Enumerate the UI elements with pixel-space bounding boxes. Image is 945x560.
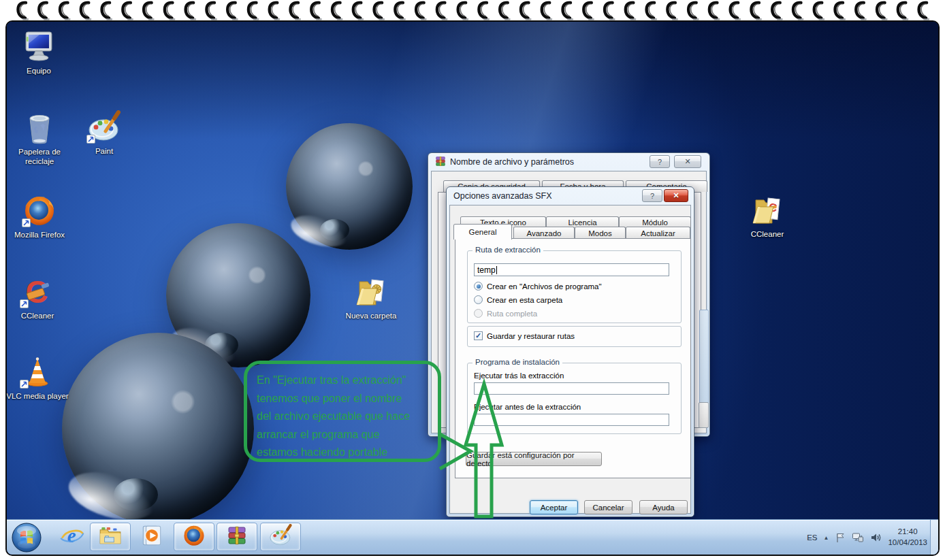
volume-icon[interactable] <box>870 532 882 543</box>
desktop-icon-label: VLC media player <box>6 392 68 401</box>
desktop-icon-label: Equipo <box>27 67 51 76</box>
desktop-icon-label: Paint <box>95 147 113 157</box>
language-indicator[interactable]: ES <box>807 533 817 542</box>
radio-unselected-icon[interactable] <box>474 295 483 304</box>
radio-label: Ruta completa <box>487 310 537 318</box>
taskbar-item-winrar[interactable] <box>217 523 257 551</box>
desktop-icon-label: Papelera de reciclaje <box>5 148 74 167</box>
shortcut-arrow-icon <box>20 380 29 389</box>
desktop-icon-equipo[interactable]: Equipo <box>5 30 73 76</box>
shortcut-arrow-icon <box>86 135 95 144</box>
shortcut-arrow-icon <box>20 299 29 308</box>
run-before-label: Ejecutar antes de la extracción <box>474 403 581 411</box>
tab-modos[interactable]: Modos <box>575 227 626 239</box>
save-default-button[interactable]: Guardar está configuración por defecto <box>466 452 602 466</box>
taskbar-item-firefox[interactable] <box>174 523 214 551</box>
action-center-flag-icon[interactable] <box>835 532 846 543</box>
taskbar-item-explorer[interactable] <box>90 523 131 551</box>
help-button[interactable]: ? <box>642 189 662 202</box>
network-icon[interactable] <box>852 532 864 543</box>
run-after-label: Ejecutar trás la extracción <box>474 372 564 380</box>
annotation-bubble: En "Ejecutar tras la extracción" tenemos… <box>244 361 441 462</box>
radio-unselected-icon[interactable] <box>474 309 483 318</box>
wmp-icon <box>140 524 164 550</box>
tab-actualizar[interactable]: Actualizar <box>626 227 690 239</box>
show-desktop-button[interactable] <box>930 520 938 555</box>
wallpaper-sphere <box>286 123 413 250</box>
paint-palette-icon <box>268 524 293 550</box>
run-before-input[interactable] <box>474 414 669 426</box>
radio-label: Crear en esta carpeta <box>487 296 562 304</box>
computer-icon <box>21 54 57 66</box>
shortcut-arrow-icon <box>22 218 31 227</box>
taskbar-item-internet-explorer[interactable]: e <box>56 523 89 551</box>
radio-row[interactable]: Ruta completa <box>474 309 537 318</box>
spiral-binding <box>0 0 945 22</box>
extraction-path-input[interactable]: temp <box>474 263 669 276</box>
save-paths-checkbox-label: Guardar y restaurar rutas <box>487 332 575 340</box>
wallpaper-sphere <box>62 333 254 525</box>
radio-row[interactable]: Crear en esta carpeta <box>474 295 562 304</box>
ayuda-button[interactable]: Ayuda <box>639 500 688 514</box>
start-button[interactable] <box>11 522 42 553</box>
radio-label: Crear en "Archivos de programa" <box>487 282 602 291</box>
filename-dialog-title: Nombre de archivo y parámetros <box>450 157 574 167</box>
desktop-icon-label: Mozilla Firefox <box>14 231 65 240</box>
cancelar-button[interactable]: Cancelar <box>584 500 632 514</box>
annotation-line: estamos haciendo portable <box>257 444 428 462</box>
desktop-icon-nueva-carpeta[interactable]: Nueva carpeta <box>334 275 409 321</box>
winrar-icon <box>435 156 446 169</box>
recycle-bin-icon <box>22 136 57 148</box>
show-hidden-icons-button[interactable]: ▲ <box>824 535 829 541</box>
tab-avanzado[interactable]: Avanzado <box>513 227 575 239</box>
tray-date: 10/04/2013 <box>888 538 927 548</box>
desktop-screen: Equipo Papelera de reciclaje Paint Mozil… <box>5 20 940 556</box>
close-button[interactable]: ✕ <box>664 189 688 202</box>
desktop-icon-label: Nueva carpeta <box>346 312 397 321</box>
wallpaper-sphere <box>166 223 310 367</box>
taskbar-item-paint[interactable] <box>260 523 301 551</box>
radio-row[interactable]: Crear en "Archivos de programa" <box>474 282 602 291</box>
radio-selected-icon[interactable] <box>474 282 483 291</box>
system-tray: ES ▲ 21:40 10/04/2013 <box>807 520 927 555</box>
ie-icon: e <box>60 525 84 549</box>
desktop-icon-vlc[interactable]: VLC media player <box>5 355 76 401</box>
explorer-folder-icon <box>98 525 123 549</box>
svg-text:e: e <box>67 525 76 546</box>
close-button[interactable]: ✕ <box>674 155 701 168</box>
desktop-icon-papelera[interactable]: Papelera de reciclaje <box>5 112 74 167</box>
desktop-icon-paint[interactable]: Paint <box>70 110 138 157</box>
tray-time: 21:40 <box>888 527 927 538</box>
taskbar: e ES ▲ 21:40 10/04/2013 <box>7 519 938 555</box>
open-folder-icon <box>353 299 391 311</box>
extraction-path-group-label: Ruta de extracción <box>472 246 543 254</box>
desktop-icon-label: CCleaner <box>751 230 784 240</box>
annotation-line: arrancar el programa que <box>257 426 428 444</box>
aceptar-button[interactable]: Aceptar <box>530 500 578 514</box>
desktop-icon-ccleaner-folder[interactable]: C CCleaner <box>733 193 801 240</box>
annotation-line: tenemos que poner el nombre <box>257 390 428 408</box>
desktop-icon-ccleaner[interactable]: C CCleaner <box>5 275 71 321</box>
checkbox-checked-icon[interactable]: ✓ <box>474 331 483 340</box>
help-button[interactable]: ? <box>650 155 670 168</box>
sfx-dialog-title: Opciones avanzadas SFX <box>453 191 552 201</box>
background-control-fragment <box>699 402 709 428</box>
desktop-icon-label: CCleaner <box>21 312 54 321</box>
annotation-line: del archivo ejecutable que hace <box>257 408 428 426</box>
desktop-icon-firefox[interactable]: Mozilla Firefox <box>5 194 78 240</box>
tray-clock[interactable]: 21:40 10/04/2013 <box>888 527 927 548</box>
folder-ccleaner-icon: C <box>749 218 787 229</box>
sfx-dialog: Opciones avanzadas SFX ? ✕ Texto e icono… <box>446 186 694 517</box>
firefox-icon <box>182 524 206 550</box>
tab-general[interactable]: General <box>453 224 512 240</box>
run-after-input[interactable] <box>474 382 669 395</box>
winrar-icon <box>227 525 247 548</box>
setup-program-group-label: Programa de instalación <box>472 358 562 366</box>
save-paths-checkbox-row[interactable]: ✓ Guardar y restaurar rutas <box>474 331 575 340</box>
annotation-line: En "Ejecutar tras la extracción" <box>257 372 428 390</box>
taskbar-item-media-player[interactable] <box>135 523 169 551</box>
text-caret <box>496 266 497 274</box>
